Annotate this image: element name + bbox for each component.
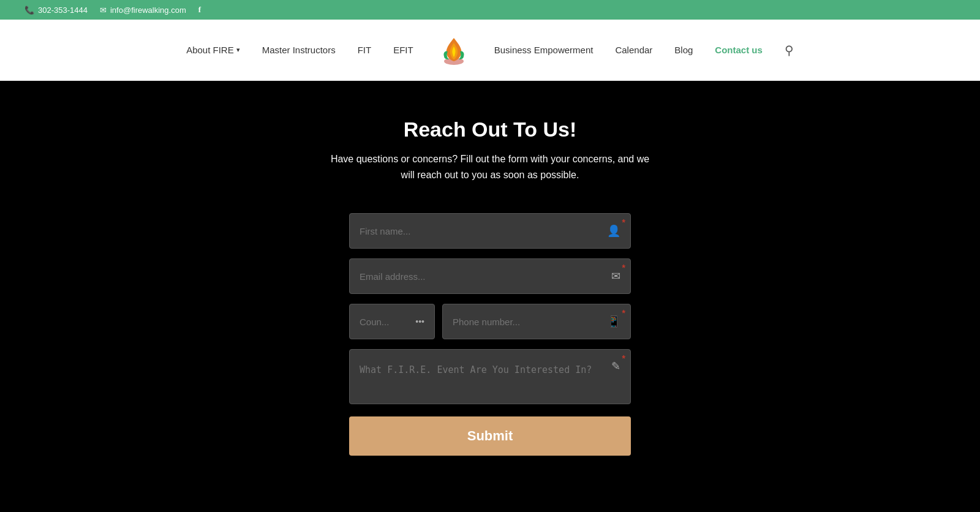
top-bar-email[interactable]: ✉ info@firewalking.com: [100, 6, 186, 15]
nav-blog[interactable]: Blog: [674, 45, 693, 55]
email-input[interactable]: [360, 271, 606, 282]
required-star-email: *: [622, 263, 625, 273]
contact-form: 👤 * ✉ * ••• 📱 * ✎ * S: [349, 213, 631, 456]
required-star-phone: *: [622, 308, 625, 318]
top-bar: 📞 302-353-1444 ✉ info@firewalking.com f: [0, 0, 980, 20]
top-bar-facebook[interactable]: f: [198, 5, 201, 15]
phone-input[interactable]: [453, 317, 602, 327]
nav-about-fire[interactable]: About FIRE ▾: [186, 45, 240, 55]
event-field: ✎ *: [349, 349, 631, 404]
nav-efit[interactable]: EFIT: [393, 45, 413, 55]
more-icon: •••: [415, 317, 424, 326]
country-field: •••: [349, 304, 435, 339]
nav-master-instructors[interactable]: Master Instructors: [262, 45, 336, 55]
facebook-icon: f: [198, 5, 201, 15]
nav-contact-us[interactable]: Contact us: [715, 45, 763, 55]
required-star-name: *: [622, 217, 625, 227]
email-icon: ✉: [611, 269, 620, 283]
pencil-icon: ✎: [611, 360, 620, 373]
email-icon: ✉: [100, 6, 107, 15]
chevron-down-icon: ▾: [236, 46, 240, 54]
nav-calendar[interactable]: Calendar: [615, 45, 652, 55]
phone-field: 📱 *: [442, 304, 631, 339]
page-subtitle: Have questions or concerns? Fill out the…: [331, 151, 649, 183]
nav-business-empowerment[interactable]: Business Empowerment: [494, 45, 594, 55]
nav-bar: About FIRE ▾ Master Instructors FIT EFIT…: [0, 20, 980, 81]
phone-icon: 📱: [607, 315, 620, 328]
page-title: Reach Out To Us!: [404, 118, 577, 141]
search-icon[interactable]: ⚲: [785, 43, 794, 58]
first-name-input[interactable]: [360, 226, 602, 236]
country-input[interactable]: [360, 317, 410, 327]
required-star-event: *: [622, 353, 625, 363]
event-input[interactable]: [360, 357, 606, 406]
main-content: Reach Out To Us! Have questions or conce…: [0, 81, 980, 512]
site-logo[interactable]: [435, 32, 472, 69]
submit-button[interactable]: Submit: [349, 416, 631, 456]
first-name-field: 👤 *: [349, 213, 631, 249]
person-icon: 👤: [607, 224, 620, 238]
email-field: ✉ *: [349, 258, 631, 294]
nav-fit[interactable]: FIT: [358, 45, 372, 55]
phone-row: ••• 📱 *: [349, 304, 631, 339]
top-bar-phone: 📞 302-353-1444: [24, 6, 88, 15]
phone-icon: 📞: [24, 6, 34, 15]
